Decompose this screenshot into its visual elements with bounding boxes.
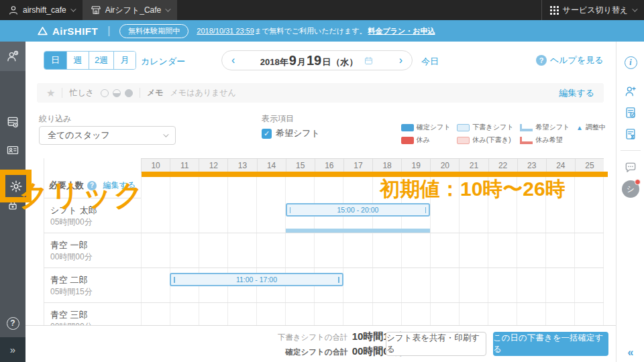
busy-selector[interactable] [101, 89, 133, 97]
annotation-click-text: クリック [19, 176, 145, 215]
hour-label: 16 [315, 159, 343, 172]
help-icon: ? [536, 55, 547, 66]
sidebar-item-shift-sheet[interactable] [0, 109, 25, 135]
panel-item-chat[interactable] [616, 157, 644, 178]
legend-label: 休み希望 [535, 135, 562, 145]
user-icon [8, 5, 19, 15]
bar-handle-left[interactable] [290, 207, 291, 213]
trial-badge: 無料体験期間中 [119, 24, 189, 38]
hour-label: 17 [343, 159, 372, 172]
hour-label: 12 [199, 159, 227, 172]
busy-label: 忙しさ [69, 87, 94, 99]
help-link[interactable]: ? ヘルプを見る [536, 54, 604, 66]
annotation-range-text: 初期値：10時〜26時 [380, 176, 566, 203]
legend-item: ▲調整中 [576, 123, 606, 132]
draft-shift-bar[interactable]: 11:00 - 17:00 [170, 273, 343, 286]
staff-select[interactable]: 全てのスタッフ [39, 126, 176, 145]
store-icon [91, 5, 101, 15]
star-icon[interactable]: ★ [46, 87, 55, 99]
staff-name: 青空 二郎 [50, 274, 88, 286]
staff-name: 青空 三郎 [50, 309, 88, 321]
doc-hourglass-icon [624, 127, 637, 141]
account-menu[interactable]: airshift_cafe [0, 0, 83, 20]
chevron-down-icon [70, 6, 76, 11]
memo-placeholder: メモはありません [170, 87, 236, 99]
sidebar-item-help[interactable]: ? [0, 310, 25, 337]
shift-time-label: 15:00 - 20:00 [337, 206, 378, 214]
legend-swatch-solid-blue [401, 124, 414, 131]
today-link[interactable]: 今日 [421, 56, 439, 68]
person-clock-icon [6, 50, 19, 63]
divider [140, 88, 140, 98]
hour-label: 10 [141, 159, 170, 172]
service-switcher[interactable]: サービス切り替え [541, 0, 644, 20]
staff-row[interactable] [44, 233, 604, 268]
sidebar-expand[interactable]: » [0, 337, 25, 362]
share-print-button[interactable]: シフト表を共有・印刷する [386, 332, 486, 356]
date-month-unit: 月 [297, 56, 306, 68]
trial-banner: AirSHIFT | 無料体験期間中 2018/10/31 23:59まで無料で… [0, 20, 644, 42]
pricing-link[interactable]: 料金プラン・お申込 [368, 27, 435, 35]
staff-total-hours: 00時間00分 [50, 251, 93, 263]
busy-mid-icon[interactable] [113, 89, 121, 97]
date-year: 2018年 [260, 56, 288, 68]
current-date: 2018年9月19日（水） [235, 53, 398, 68]
brand-name: AirSHIFT [52, 25, 98, 37]
service-label: サービス切り替え [563, 5, 628, 16]
sidebar-item-staff-card[interactable] [0, 137, 25, 164]
legend-item: 休み(下書き) [457, 135, 511, 145]
bar-handle-right[interactable] [425, 207, 427, 213]
draft-shift-bar[interactable]: 15:00 - 20:00 [286, 203, 431, 217]
panel-item-profile[interactable]: シ [616, 178, 644, 200]
next-day-button[interactable]: › [399, 55, 402, 66]
hour-label: 11 [170, 159, 199, 172]
calendar-icon[interactable] [364, 56, 374, 66]
sidebar-item-shift-manage[interactable] [0, 42, 25, 71]
legend: 確定シフト下書きシフト希望シフト▲調整中休み休み(下書き)休み希望 [401, 123, 606, 145]
tab-月[interactable]: 月 [113, 52, 136, 69]
airshift-logo-icon [37, 25, 48, 37]
apps-grid-icon [550, 6, 559, 15]
brand-logo: AirSHIFT [37, 25, 98, 37]
memo-bar: ★ 忙しさ メモ メモはありません 編集する [37, 83, 604, 103]
date-weekday: （水） [331, 56, 358, 68]
draft-total-label: 下書きシフトの合計 [278, 333, 348, 341]
avatar-initial: シ [627, 184, 635, 195]
wish-shift-checkbox[interactable]: ✓ 希望シフト [262, 127, 320, 139]
hour-label: 22 [488, 159, 517, 172]
chevron-down-icon [165, 6, 170, 11]
date-day-unit: 日 [322, 56, 331, 68]
panel-item-pending-list[interactable] [616, 123, 644, 145]
bulk-confirm-button[interactable]: この日の下書きを一括確定する [493, 332, 608, 356]
legend-item: 確定シフト [401, 123, 451, 132]
staff-select-value: 全てのスタッフ [48, 129, 110, 141]
busy-high-icon[interactable] [125, 89, 133, 97]
account-label: airshift_cafe [23, 5, 66, 15]
help-label: ヘルプを見る [550, 54, 604, 66]
bar-handle-left[interactable] [174, 277, 175, 283]
tab-週[interactable]: 週 [66, 52, 89, 69]
panel-item-info[interactable]: i [616, 52, 644, 73]
legend-item: 下書きシフト [457, 123, 513, 132]
panel-item-confirmed-list[interactable] [616, 102, 644, 123]
calendar-link[interactable]: カレンダー [141, 56, 185, 68]
trial-message: 2018/10/31 23:59まで無料でご利用いただけます。料金プラン・お申込 [197, 26, 435, 36]
store-tab[interactable]: Airシフト_Cafe [83, 0, 178, 20]
expand-icon: » [10, 344, 15, 355]
memo-edit-link[interactable]: 編集する [559, 87, 594, 99]
panel-item-add-staff[interactable] [616, 80, 644, 102]
footer-bar: 下書きシフトの合計10時間15分 確定シフトの合計00時間00分 シフト表を共有… [25, 325, 616, 362]
panel-collapse[interactable]: « [616, 342, 644, 362]
legend-label: 希望シフト [535, 123, 570, 132]
hour-label: 14 [257, 159, 286, 172]
tab-日[interactable]: 日 [44, 52, 66, 69]
legend-item: 休み希望 [520, 135, 562, 145]
busy-low-icon[interactable] [101, 89, 109, 97]
id-card-icon [6, 143, 19, 157]
tab-2週[interactable]: 2週 [89, 52, 113, 69]
banner-divider: | [107, 25, 110, 37]
filter-label: 絞り込み [39, 113, 72, 125]
bar-handle-right[interactable] [338, 277, 339, 283]
collapse-icon: « [628, 347, 634, 359]
chat-bubble-icon [624, 161, 637, 174]
